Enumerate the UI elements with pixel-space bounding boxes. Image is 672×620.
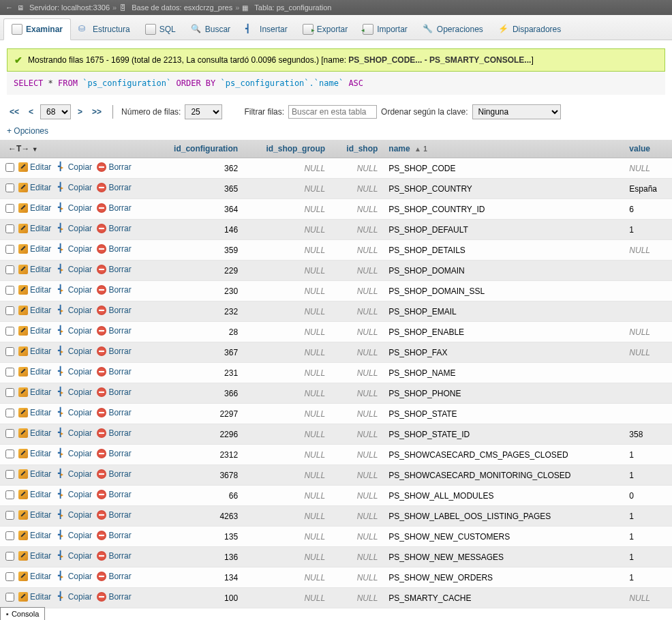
delete-link[interactable]: Borrar [97, 428, 131, 438]
tab-search[interactable]: Buscar [183, 18, 238, 40]
row-checkbox[interactable] [5, 388, 14, 397]
row-checkbox[interactable] [5, 429, 14, 438]
page-select[interactable]: 68 [40, 104, 71, 119]
console-tab[interactable]: Consola [0, 607, 45, 608]
edit-link[interactable]: Editar [18, 592, 51, 602]
edit-link[interactable]: Editar [18, 306, 51, 315]
row-checkbox[interactable] [5, 347, 14, 356]
row-checkbox[interactable] [5, 449, 14, 458]
row-checkbox[interactable] [5, 490, 14, 499]
row-checkbox[interactable] [5, 245, 14, 254]
tab-browse[interactable]: Examinar [3, 18, 71, 40]
row-checkbox[interactable] [5, 368, 14, 377]
copy-link[interactable]: Copiar [57, 203, 92, 213]
delete-link[interactable]: Borrar [97, 285, 131, 295]
delete-link[interactable]: Borrar [97, 469, 131, 479]
edit-link[interactable]: Editar [18, 449, 51, 458]
edit-link[interactable]: Editar [18, 367, 51, 377]
copy-link[interactable]: Copiar [57, 244, 92, 254]
row-checkbox[interactable] [5, 163, 14, 172]
row-checkbox[interactable] [5, 204, 14, 213]
edit-link[interactable]: Editar [18, 428, 51, 438]
col-id-shop[interactable]: id_shop [331, 140, 383, 158]
row-checkbox[interactable] [5, 224, 14, 233]
row-checkbox[interactable] [5, 306, 14, 315]
breadcrumb-server[interactable]: Servidor: localhost:3306 [29, 3, 110, 12]
nav-next[interactable]: > [75, 106, 85, 118]
copy-link[interactable]: Copiar [57, 183, 92, 192]
nav-last[interactable]: >> [89, 106, 104, 118]
delete-link[interactable]: Borrar [97, 592, 131, 602]
copy-link[interactable]: Copiar [57, 367, 92, 377]
delete-link[interactable]: Borrar [97, 203, 131, 213]
options-toggle[interactable]: + Opciones [0, 125, 672, 140]
delete-link[interactable]: Borrar [97, 224, 131, 233]
breadcrumb-table[interactable]: Tabla: ps_configuration [254, 3, 331, 12]
edit-link[interactable]: Editar [18, 224, 51, 233]
delete-link[interactable]: Borrar [97, 449, 131, 458]
row-checkbox[interactable] [5, 593, 14, 602]
copy-link[interactable]: Copiar [57, 265, 92, 274]
row-checkbox[interactable] [5, 286, 14, 295]
tab-import[interactable]: Importar [355, 18, 415, 40]
delete-link[interactable]: Borrar [97, 346, 131, 356]
row-checkbox[interactable] [5, 183, 14, 192]
delete-link[interactable]: Borrar [97, 326, 131, 336]
row-checkbox[interactable] [5, 409, 14, 417]
tab-operations[interactable]: Operaciones [415, 18, 491, 40]
nav-first[interactable]: << [7, 106, 22, 118]
edit-link[interactable]: Editar [18, 265, 51, 274]
copy-link[interactable]: Copiar [57, 306, 92, 315]
delete-link[interactable]: Borrar [97, 306, 131, 315]
copy-link[interactable]: Copiar [57, 490, 92, 499]
edit-link[interactable]: Editar [18, 162, 51, 172]
row-checkbox[interactable] [5, 470, 14, 479]
t-arrows[interactable]: ←T→ ▼ [5, 144, 41, 153]
delete-link[interactable]: Borrar [97, 183, 131, 192]
delete-link[interactable]: Borrar [97, 551, 131, 561]
delete-link[interactable]: Borrar [97, 490, 131, 499]
numrows-select[interactable]: 25 [185, 104, 222, 119]
nav-back-icon[interactable]: ← [5, 3, 13, 12]
edit-link[interactable]: Editar [18, 551, 51, 561]
nav-prev[interactable]: < [26, 106, 36, 118]
delete-link[interactable]: Borrar [97, 162, 131, 172]
copy-link[interactable]: Copiar [57, 346, 92, 356]
row-checkbox[interactable] [5, 511, 14, 520]
filter-input[interactable] [288, 105, 377, 119]
copy-link[interactable]: Copiar [57, 531, 92, 540]
edit-link[interactable]: Editar [18, 531, 51, 540]
row-checkbox[interactable] [5, 552, 14, 561]
delete-link[interactable]: Borrar [97, 531, 131, 540]
sort-select[interactable]: Ninguna [472, 104, 561, 119]
copy-link[interactable]: Copiar [57, 428, 92, 438]
delete-link[interactable]: Borrar [97, 572, 131, 581]
copy-link[interactable]: Copiar [57, 387, 92, 397]
edit-link[interactable]: Editar [18, 285, 51, 295]
copy-link[interactable]: Copiar [57, 408, 92, 417]
col-value[interactable]: value [624, 140, 672, 158]
col-name[interactable]: name ▲ 1 [383, 140, 624, 158]
copy-link[interactable]: Copiar [57, 592, 92, 602]
tab-triggers[interactable]: Disparadores [491, 18, 568, 40]
copy-link[interactable]: Copiar [57, 326, 92, 336]
edit-link[interactable]: Editar [18, 510, 51, 520]
tab-export[interactable]: Exportar [295, 18, 355, 40]
edit-link[interactable]: Editar [18, 387, 51, 397]
row-checkbox[interactable] [5, 265, 14, 274]
delete-link[interactable]: Borrar [97, 367, 131, 377]
edit-link[interactable]: Editar [18, 346, 51, 356]
row-checkbox[interactable] [5, 531, 14, 540]
copy-link[interactable]: Copiar [57, 551, 92, 561]
delete-link[interactable]: Borrar [97, 265, 131, 274]
row-checkbox[interactable] [5, 572, 14, 581]
edit-link[interactable]: Editar [18, 572, 51, 581]
copy-link[interactable]: Copiar [57, 510, 92, 520]
copy-link[interactable]: Copiar [57, 224, 92, 233]
copy-link[interactable]: Copiar [57, 162, 92, 172]
edit-link[interactable]: Editar [18, 408, 51, 417]
tab-insert[interactable]: Insertar [238, 18, 295, 40]
tab-sql[interactable]: SQL [138, 18, 183, 40]
copy-link[interactable]: Copiar [57, 449, 92, 458]
copy-link[interactable]: Copiar [57, 469, 92, 479]
